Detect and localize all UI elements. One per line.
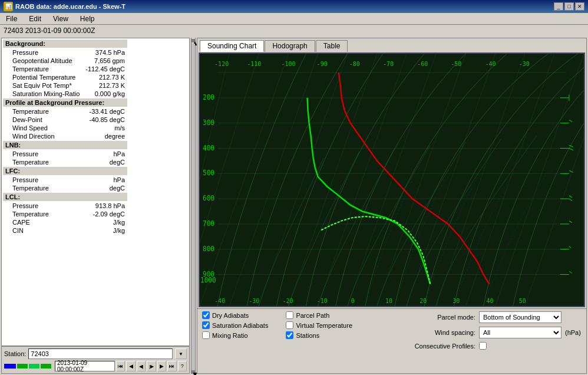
- table-row: Temperature-112.45 degC: [3, 65, 127, 73]
- color-bar-green3: [41, 364, 51, 369]
- tab-hodograph[interactable]: Hodograph: [265, 40, 315, 52]
- stations-row[interactable]: Stations: [286, 331, 352, 339]
- table-row: Geopotential Altitude7,656 gpm: [3, 57, 127, 64]
- svg-text:500: 500: [203, 169, 214, 177]
- nav-last[interactable]: ⏭: [167, 361, 176, 371]
- svg-text:-70: -70: [383, 60, 394, 67]
- mixing-ratio-row[interactable]: Mixing Ratio: [202, 331, 268, 339]
- nav-first[interactable]: ⏮: [116, 361, 125, 371]
- station-header: 72403 2013-01-09 00:00:00Z: [0, 25, 588, 37]
- maximize-button[interactable]: □: [564, 2, 574, 11]
- row-value: degree: [83, 133, 127, 140]
- row-value: J/kg: [83, 219, 127, 226]
- svg-text:20: 20: [419, 297, 427, 304]
- sat-adiabats-label: Saturation Adiabats: [212, 322, 268, 329]
- minimize-button[interactable]: _: [554, 2, 563, 11]
- left-panel-wrapper: Background:Pressure374.5 hPaGeopotential…: [1, 38, 190, 374]
- svg-text:-50: -50: [451, 60, 461, 67]
- table-row: PressurehPa: [3, 150, 127, 157]
- row-value: 7,656 gpm: [83, 57, 127, 64]
- svg-text:800: 800: [203, 245, 214, 253]
- menu-view[interactable]: View: [49, 14, 72, 24]
- virtual-temp-checkbox[interactable]: [286, 321, 293, 329]
- checkbox-group-right: Parcel Path Virtual Temperature Stations: [286, 311, 352, 371]
- table-row: Potential Temperature212.73 K: [3, 74, 127, 81]
- row-label: Pressure: [3, 202, 82, 209]
- station-input[interactable]: [28, 348, 173, 359]
- svg-text:30: 30: [452, 297, 460, 304]
- sat-adiabats-checkbox[interactable]: [202, 321, 210, 329]
- chart-container: 200 300 400 500 600 700 800 900 1000 -12…: [199, 52, 585, 307]
- station-dropdown[interactable]: ▼: [175, 348, 187, 359]
- row-label: Pressure: [3, 150, 82, 157]
- mixing-ratio-label: Mixing Ratio: [212, 332, 248, 339]
- mixing-ratio-checkbox[interactable]: [202, 331, 210, 339]
- row-value: hPa: [83, 176, 127, 183]
- menu-file[interactable]: File: [2, 14, 21, 24]
- dry-adiabats-row[interactable]: Dry Adiabats: [202, 311, 268, 319]
- svg-text:0: 0: [351, 297, 355, 304]
- row-value: 0.000 g/kg: [83, 90, 127, 97]
- svg-text:300: 300: [203, 119, 214, 127]
- title-bar: 📊 RAOB data: adde.ucar.edu - Skew-T _ □ …: [0, 0, 588, 13]
- parcel-path-checkbox[interactable]: [286, 311, 293, 319]
- dry-adiabats-checkbox[interactable]: [202, 311, 210, 319]
- nav-prev[interactable]: ◀: [126, 361, 135, 371]
- row-label: Temperature: [3, 108, 82, 115]
- svg-text:10: 10: [385, 297, 392, 304]
- wind-spacing-unit: (hPa): [565, 329, 581, 336]
- table-row: Pressure913.8 hPa: [3, 202, 127, 209]
- parcel-path-row[interactable]: Parcel Path: [286, 311, 352, 319]
- data-table: Background:Pressure374.5 hPaGeopotential…: [2, 38, 128, 235]
- close-button[interactable]: ✕: [575, 2, 584, 11]
- virtual-temp-label: Virtual Temperature: [296, 322, 352, 329]
- color-bar-blue: [4, 364, 16, 369]
- scroll-arrow-up[interactable]: ▲: [191, 39, 195, 42]
- row-value: hPa: [83, 150, 127, 157]
- chart-caption: RAOB data: adde.ucar.edu - Skew-T 2013-0…: [259, 305, 432, 306]
- tab-table[interactable]: Table: [316, 40, 348, 52]
- wind-spacing-row: Wind spacing: All None Every 100 hPa (hP…: [405, 327, 582, 338]
- scroll-track: [191, 44, 195, 370]
- virtual-temp-row[interactable]: Virtual Temperature: [286, 321, 352, 329]
- row-label: Sat Equiv Pot Temp*: [3, 82, 82, 89]
- parcel-mode-select[interactable]: Bottom of Sounding Most Unstable Mixed L…: [479, 311, 561, 323]
- color-bar-green2: [29, 364, 39, 369]
- section-header: Background:: [3, 40, 127, 48]
- nav-info[interactable]: ?: [178, 361, 187, 371]
- wind-spacing-select[interactable]: All None Every 100 hPa: [479, 327, 561, 338]
- stations-checkbox[interactable]: [286, 331, 293, 339]
- svg-text:-120: -120: [214, 60, 229, 67]
- svg-text:50: 50: [519, 297, 526, 304]
- menu-help[interactable]: Help: [77, 14, 98, 24]
- svg-text:-20: -20: [282, 297, 293, 304]
- menu-edit[interactable]: Edit: [25, 14, 45, 24]
- row-label: Temperature: [3, 159, 82, 166]
- sat-adiabats-row[interactable]: Saturation Adiabats: [202, 321, 268, 329]
- table-row: Wind Speedm/s: [3, 124, 127, 131]
- svg-text:-40: -40: [485, 60, 495, 67]
- svg-text:-30: -30: [519, 60, 530, 67]
- nav-next[interactable]: ▶: [157, 361, 166, 371]
- section-header: LNB:: [3, 141, 127, 149]
- row-value: 913.8 hPa: [83, 202, 127, 209]
- main-content: Background:Pressure374.5 hPaGeopotential…: [0, 37, 588, 375]
- parcel-mode-label: Parcel mode:: [405, 314, 475, 321]
- svg-text:-30: -30: [249, 297, 259, 304]
- consecutive-profiles-checkbox[interactable]: [479, 342, 487, 350]
- nav-prev-step[interactable]: ◀|: [137, 361, 146, 371]
- tab-sounding-chart[interactable]: Sounding Chart: [200, 40, 264, 52]
- row-label: Dew-Point: [3, 116, 82, 123]
- title-text: RAOB data: adde.ucar.edu - Skew-T: [15, 3, 125, 10]
- left-data-panel: Background:Pressure374.5 hPaGeopotential…: [1, 38, 190, 346]
- checkbox-group-left: Dry Adiabats Saturation Adiabats Mixing …: [202, 311, 268, 371]
- row-value: J/kg: [83, 227, 127, 234]
- nav-next-step[interactable]: |▶: [147, 361, 156, 371]
- table-row: CINJ/kg: [3, 227, 127, 234]
- table-row: Temperature-33.41 degC: [3, 108, 127, 115]
- scroll-arrow-down[interactable]: ▼: [191, 370, 195, 374]
- row-value: 212.73 K: [83, 74, 127, 81]
- table-row: Wind Directiondegree: [3, 133, 127, 140]
- svg-text:-100: -100: [281, 60, 295, 67]
- right-panel: Sounding Chart Hodograph Table: [197, 38, 587, 374]
